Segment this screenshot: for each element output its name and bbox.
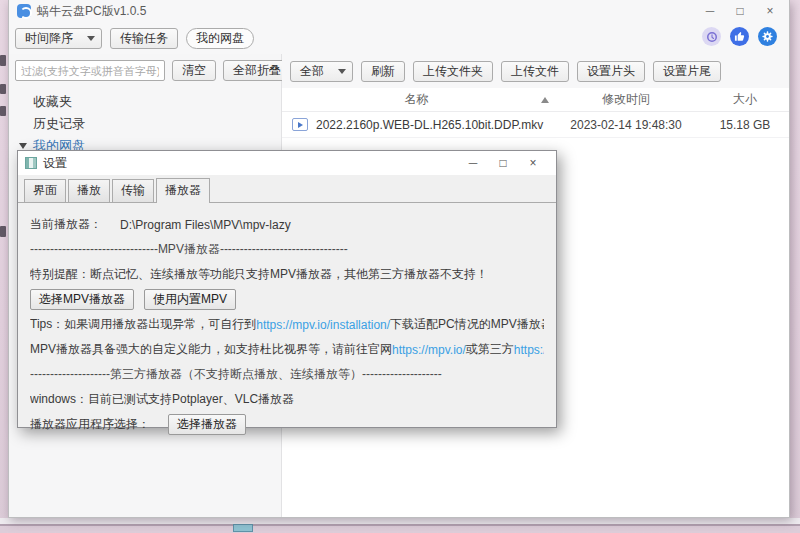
reminder-text: 特别提醒：断点记忆、连续播放等功能只支持MPV播放器，其他第三方播放器不支持！ — [30, 262, 544, 287]
current-player-label: 当前播放器： — [30, 216, 102, 233]
window-title: 蜗牛云盘PC版v1.0.5 — [37, 3, 146, 20]
current-player-path: D:\Program Files\MPV\mpv-lazy — [120, 218, 291, 232]
player-select-row: 播放器应用程序选择： 选择播放器 — [30, 412, 544, 437]
transfer-tasks-button[interactable]: 传输任务 — [110, 28, 178, 49]
desktop-strip-line — [0, 524, 800, 526]
table-row[interactable]: 2022.2160p.WEB-DL.H265.10bit.DDP.mkv 202… — [282, 112, 789, 138]
clock-icon[interactable] — [702, 27, 721, 46]
select-mpv-player-button[interactable]: 选择MPV播放器 — [30, 289, 134, 310]
dialog-controls: ─ □ × — [458, 151, 556, 175]
column-label: 名称 — [405, 92, 429, 106]
settings-gear-icon[interactable] — [758, 27, 777, 46]
table-header: 名称 修改时间 大小 — [282, 88, 789, 112]
window-titlebar: 蜗牛云盘PC版v1.0.5 ─ □ × — [9, 0, 789, 22]
tips-text: 下载适配PC情况的MPV播放器即可。 — [390, 316, 544, 333]
settings-tabs: 界面 播放 传输 播放器 — [18, 175, 556, 203]
desktop-icon-fragment — [0, 55, 6, 66]
dialog-maximize-button[interactable]: □ — [488, 151, 518, 175]
file-name: 2022.2160p.WEB-DL.H265.10bit.DDP.mkv — [316, 118, 543, 132]
sort-asc-icon — [541, 97, 549, 103]
file-modified: 2023-02-14 19:48:30 — [551, 118, 701, 132]
file-type-value: 全部 — [300, 63, 324, 80]
desktop-icon-fragment — [0, 84, 6, 94]
video-file-icon — [292, 118, 308, 131]
tab-player[interactable]: 播放器 — [156, 178, 210, 203]
file-size: 15.18 GB — [701, 118, 789, 132]
sidebar-item-history[interactable]: 历史记录 — [9, 113, 281, 135]
tips-text: Tips：如果调用播放器出现异常，可自行到 — [30, 316, 256, 333]
collapse-all-button[interactable]: 全部折叠 — [223, 60, 291, 81]
tips-row: Tips：如果调用播放器出现异常，可自行到 https://mpv.io/ins… — [30, 312, 544, 337]
column-header-size[interactable]: 大小 — [701, 91, 789, 108]
tree-item-label: 收藏夹 — [33, 93, 72, 111]
windows-support-text: windows：目前已测试支持Potplayer、VLC播放器 — [30, 387, 544, 412]
player-select-label: 播放器应用程序选择： — [30, 416, 150, 433]
current-player-row: 当前播放器： D:\Program Files\MPV\mpv-lazy — [30, 212, 544, 237]
dialog-title: 设置 — [43, 155, 67, 172]
sort-order-select[interactable]: 时间降序 — [15, 28, 102, 49]
maximize-button[interactable]: □ — [725, 0, 755, 22]
minimize-button[interactable]: ─ — [695, 0, 725, 22]
mpv-info-row: MPV播放器具备强大的自定义能力，如支持杜比视界等，请前往官网 https://… — [30, 337, 544, 362]
dialog-titlebar: 设置 ─ □ × — [18, 151, 556, 175]
use-builtin-mpv-button[interactable]: 使用内置MPV — [144, 289, 236, 310]
column-header-modified[interactable]: 修改时间 — [551, 91, 701, 108]
taskbar-peek-item[interactable] — [233, 524, 253, 532]
appbar-icons — [702, 27, 777, 46]
app-toolbar: 时间降序 传输任务 我的网盘 — [9, 22, 789, 54]
filter-input[interactable] — [15, 60, 165, 81]
file-type-select[interactable]: 全部 — [290, 61, 353, 82]
tree-item-label: 历史记录 — [33, 115, 85, 133]
sidebar-filter-row: 清空 全部折叠 — [9, 60, 281, 81]
desktop-icon-fragment — [0, 106, 6, 116]
dialog-minimize-button[interactable]: ─ — [458, 151, 488, 175]
dialog-app-icon — [25, 157, 37, 169]
set-outro-button[interactable]: 设置片尾 — [653, 61, 721, 82]
close-button[interactable]: × — [755, 0, 785, 22]
upload-folder-button[interactable]: 上传文件夹 — [413, 61, 493, 82]
upload-file-button[interactable]: 上传文件 — [501, 61, 569, 82]
dialog-close-button[interactable]: × — [518, 151, 548, 175]
folder-tree: 收藏夹 历史记录 我的网盘 — [9, 91, 281, 157]
file-toolbar: 全部 刷新 上传文件夹 上传文件 设置片头 设置片尾 — [282, 54, 789, 88]
mpv-section-separator: --------------------------------MPV播放器--… — [30, 237, 544, 262]
tab-transfer[interactable]: 传输 — [112, 179, 154, 202]
refresh-button[interactable]: 刷新 — [361, 61, 405, 82]
dropdown-arrow-icon — [338, 69, 346, 74]
settings-dialog: 设置 ─ □ × 界面 播放 传输 播放器 当前播放器： D:\Program … — [17, 150, 557, 428]
hooke007-link[interactable]: https://hooke007.github.io/ — [514, 343, 544, 357]
select-player-button[interactable]: 选择播放器 — [168, 414, 246, 435]
my-disk-tab[interactable]: 我的网盘 — [186, 28, 254, 49]
mpv-installation-link[interactable]: https://mpv.io/installation/ — [256, 318, 390, 332]
window-controls: ─ □ × — [695, 0, 789, 22]
desktop: { "window": { "title": "蜗牛云盘PC版v1.0.5", … — [0, 0, 800, 533]
mpv-info-text: MPV播放器具备强大的自定义能力，如支持杜比视界等，请前往官网 — [30, 341, 392, 358]
thumbs-up-icon[interactable] — [730, 27, 749, 46]
mpv-buttons-row: 选择MPV播放器 使用内置MPV — [30, 287, 544, 312]
tab-interface[interactable]: 界面 — [24, 179, 66, 202]
file-name-cell: 2022.2160p.WEB-DL.H265.10bit.DDP.mkv — [282, 118, 551, 132]
player-settings-panel: 当前播放器： D:\Program Files\MPV\mpv-lazy ---… — [18, 203, 556, 443]
desktop-icon-fragment — [0, 226, 6, 237]
app-logo-icon — [17, 4, 31, 18]
expander-triangle-icon[interactable] — [19, 143, 27, 149]
set-intro-button[interactable]: 设置片头 — [577, 61, 645, 82]
tab-playback[interactable]: 播放 — [68, 179, 110, 202]
column-header-name[interactable]: 名称 — [282, 91, 551, 108]
sidebar-item-favorites[interactable]: 收藏夹 — [9, 91, 281, 113]
sort-order-value: 时间降序 — [25, 30, 73, 47]
third-party-separator: --------------------第三方播放器（不支持断点播放、连续播放等… — [30, 362, 544, 387]
clear-filter-button[interactable]: 清空 — [172, 60, 216, 81]
mpv-info-text: 或第三方 — [466, 341, 514, 358]
mpv-home-link[interactable]: https://mpv.io/ — [392, 343, 466, 357]
dropdown-arrow-icon — [87, 36, 95, 41]
